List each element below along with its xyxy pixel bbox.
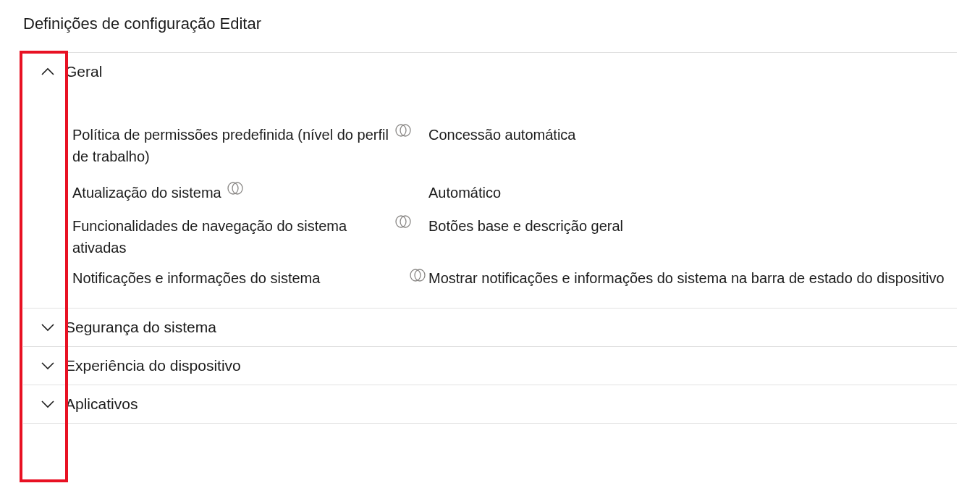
section-body-general: Política de permissões predefinida (níve… bbox=[23, 91, 957, 308]
chevron-up-icon bbox=[41, 67, 54, 76]
section-header-system-security[interactable]: Segurança do sistema bbox=[23, 309, 957, 346]
row-nav-features: Funcionalidades de navegação do sistema … bbox=[23, 211, 957, 263]
svg-point-2 bbox=[228, 182, 238, 194]
label-nav-features: Funcionalidades de navegação do sistema … bbox=[72, 215, 389, 259]
svg-point-5 bbox=[400, 216, 410, 227]
label-notifications: Notificações e informações do sistema bbox=[72, 267, 320, 289]
section-system-security: Segurança do sistema bbox=[23, 309, 957, 347]
chevron-down-icon bbox=[41, 400, 54, 408]
svg-point-4 bbox=[396, 216, 406, 227]
svg-point-1 bbox=[400, 125, 410, 136]
svg-point-6 bbox=[410, 269, 421, 281]
chevron-down-icon bbox=[41, 361, 54, 370]
section-title-general: Geral bbox=[65, 63, 102, 80]
svg-point-7 bbox=[415, 269, 425, 281]
info-icon[interactable] bbox=[395, 124, 411, 137]
svg-point-0 bbox=[396, 125, 406, 136]
info-icon[interactable] bbox=[410, 269, 426, 282]
section-title-apps: Aplicativos bbox=[65, 395, 138, 413]
row-default-permission: Política de permissões predefinida (níve… bbox=[23, 117, 957, 175]
value-system-update: Automático bbox=[428, 182, 957, 203]
row-notifications: Notificações e informações do sistema Mo… bbox=[23, 263, 957, 293]
settings-panel: Definições de configuração Editar Geral … bbox=[0, 0, 980, 431]
section-apps: Aplicativos bbox=[23, 385, 957, 424]
row-system-update: Atualização do sistema Automático bbox=[23, 175, 957, 211]
value-default-permission: Concessão automática bbox=[428, 124, 957, 146]
info-icon[interactable] bbox=[227, 182, 243, 195]
svg-point-3 bbox=[232, 182, 242, 194]
section-general: Geral Política de permissões predefinida… bbox=[23, 53, 957, 309]
page-title: Definições de configuração Editar bbox=[23, 14, 957, 33]
section-device-experience: Experiência do dispositivo bbox=[23, 347, 957, 385]
accordion: Geral Política de permissões predefinida… bbox=[23, 52, 957, 424]
value-notifications: Mostrar notificações e informações do si… bbox=[428, 267, 957, 289]
section-header-apps[interactable]: Aplicativos bbox=[23, 385, 957, 423]
section-header-device-experience[interactable]: Experiência do dispositivo bbox=[23, 347, 957, 385]
section-title-device-experience: Experiência do dispositivo bbox=[65, 357, 241, 374]
section-title-system-security: Segurança do sistema bbox=[65, 319, 216, 336]
label-system-update: Atualização do sistema bbox=[72, 182, 221, 203]
info-icon[interactable] bbox=[395, 215, 411, 228]
section-header-general[interactable]: Geral bbox=[23, 53, 957, 91]
label-default-permission: Política de permissões predefinida (níve… bbox=[72, 124, 389, 167]
chevron-down-icon bbox=[41, 323, 54, 332]
value-nav-features: Botões base e descrição geral bbox=[428, 215, 957, 237]
